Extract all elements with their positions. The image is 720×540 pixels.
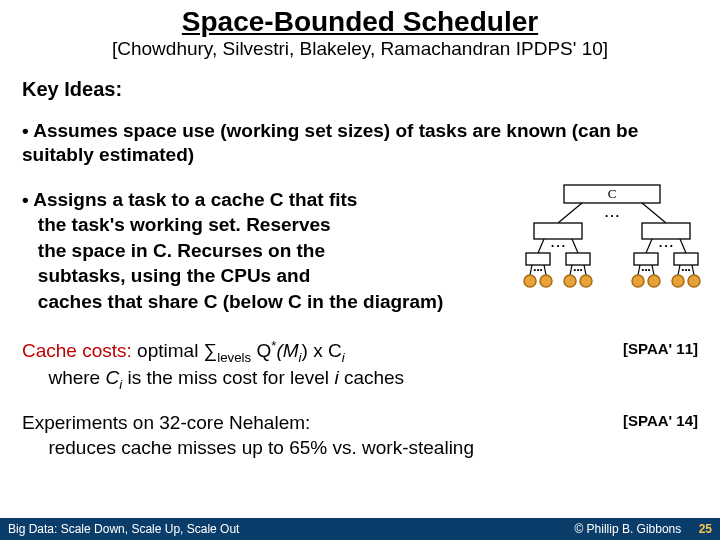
ref-spaa11: [SPAA' 11] [623,339,698,359]
cache-costs-sub-i2: i [342,350,345,365]
svg-line-6 [538,239,544,253]
svg-text:•••: ••• [681,265,690,275]
cache-costs-block: Cache costs: optimal ∑levels Q*(Mi) x Ci… [22,337,698,393]
svg-line-22 [678,265,680,275]
svg-line-18 [570,265,572,275]
svg-line-2 [642,203,666,223]
slide-number: 25 [699,522,712,536]
svg-point-32 [632,275,644,287]
slide-footer: Big Data: Scale Down, Scale Up, Scale Ou… [0,518,720,540]
svg-rect-12 [526,253,550,265]
svg-point-29 [540,275,552,287]
svg-line-23 [692,265,694,275]
svg-text:•••: ••• [533,265,542,275]
svg-point-30 [564,275,576,287]
diagram-c-label: C [608,186,617,201]
svg-rect-14 [634,253,658,265]
footer-right: © Phillip B. Gibbons [574,522,681,536]
svg-text:•••: ••• [573,265,582,275]
cache-costs-mid2: (M [276,340,298,361]
svg-point-34 [672,275,684,287]
ref-spaa14: [SPAA' 14] [623,411,698,431]
svg-point-33 [648,275,660,287]
bullet2-l2: the task's working set. Reserves [38,214,331,235]
svg-line-7 [572,239,578,253]
svg-text:• • •: • • • [659,241,673,251]
svg-point-31 [580,275,592,287]
bullet2-l5: caches that share C (below C in the diag… [38,291,443,312]
bullet2-l4: subtasks, using the CPUs and [38,265,310,286]
svg-rect-5 [642,223,690,239]
bullet2-l1: • Assigns a task to a cache C that fits [22,189,357,210]
svg-text:•••: ••• [641,265,650,275]
slide-citation: [Chowdhury, Silvestri, Blakeley, Ramacha… [0,38,720,60]
svg-rect-4 [534,223,582,239]
svg-point-35 [688,275,700,287]
cache-costs-label: Cache costs: [22,340,132,361]
cache-tree-diagram: C • • • • • • • • • ••• ••• ••• ••• [522,181,702,301]
svg-rect-13 [566,253,590,265]
key-ideas-heading: Key Ideas: [22,78,720,101]
experiments-l1: Experiments on 32-core Nehalem: [22,412,310,433]
bullet-assumes: • Assumes space use (working set sizes) … [22,119,698,167]
slide-title: Space-Bounded Scheduler [0,0,720,38]
cache-costs-sub-levels: levels [217,350,251,365]
bullet2-l3: the space in C. Recurses on the [38,240,325,261]
cache-costs-l2-suffix: caches [339,367,404,388]
cache-costs-ci: C [105,367,119,388]
svg-line-8 [646,239,652,253]
svg-text:• • •: • • • [605,211,619,221]
cache-costs-mid3: ) x C [302,340,342,361]
svg-line-9 [680,239,686,253]
svg-line-19 [584,265,586,275]
cache-costs-l2-mid: is the miss cost for level [122,367,334,388]
experiments-l2: reduces cache misses up to 65% vs. work-… [48,437,474,458]
cache-costs-where: where [48,367,105,388]
svg-point-28 [524,275,536,287]
cache-costs-formula-prefix: optimal ∑ [132,340,217,361]
footer-left: Big Data: Scale Down, Scale Up, Scale Ou… [8,522,239,536]
cache-costs-mid1: Q [251,340,271,361]
svg-line-20 [638,265,640,275]
svg-rect-15 [674,253,698,265]
experiments-block: Experiments on 32-core Nehalem: [SPAA' 1… [22,411,698,460]
svg-line-17 [544,265,546,275]
svg-text:• • •: • • • [551,241,565,251]
svg-line-21 [652,265,654,275]
svg-line-1 [558,203,582,223]
svg-line-16 [530,265,532,275]
